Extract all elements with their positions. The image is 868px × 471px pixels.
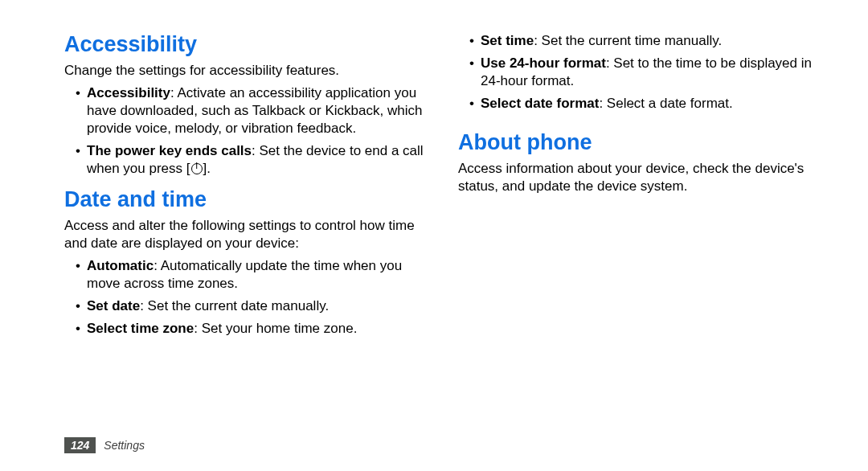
heading-accessibility: Accessibility [64, 32, 426, 57]
item-text: : Select a date format. [599, 96, 732, 111]
about-phone-desc: Access information about your device, ch… [458, 160, 820, 195]
item-bold: Automatic [87, 258, 154, 273]
date-time-list: Automatic: Automatically update the time… [64, 257, 426, 338]
date-time-desc: Access and alter the following settings … [64, 217, 426, 252]
chapter-name: Settings [104, 439, 145, 452]
item-bold: Set time [481, 33, 534, 48]
heading-about-phone: About phone [458, 130, 820, 155]
list-item: Set date: Set the current date manually. [76, 297, 426, 315]
list-item: Select time zone: Set your home time zon… [76, 320, 426, 338]
accessibility-desc: Change the settings for accessibility fe… [64, 62, 426, 80]
item-text: : Set the current date manually. [140, 298, 329, 313]
item-bold: Use 24-hour format [481, 55, 606, 71]
accessibility-list: Accessibility: Activate an accessibility… [64, 84, 426, 178]
power-icon [191, 163, 203, 174]
page-footer: 124 Settings [64, 437, 145, 453]
list-item: Set time: Set the current time manually. [469, 32, 820, 50]
page-number: 124 [64, 437, 96, 453]
list-item: Accessibility: Activate an accessibility… [76, 84, 426, 137]
list-item: The power key ends calls: Set the device… [76, 142, 426, 178]
item-text: ]. [203, 161, 211, 176]
item-bold: Set date [87, 298, 140, 313]
list-item: Select date format: Select a date format… [469, 95, 820, 113]
item-bold: Accessibility [87, 85, 170, 100]
page-content: Accessibility Change the settings for ac… [0, 0, 868, 418]
item-text: : Set your home time zone. [194, 321, 357, 336]
item-bold: Select time zone [87, 321, 194, 336]
right-column: Set time: Set the current time manually.… [458, 32, 820, 418]
item-text: : Set the current time manually. [534, 33, 722, 48]
heading-date-time: Date and time [64, 187, 426, 212]
item-bold: Select date format [481, 96, 599, 111]
date-time-list-cont: Set time: Set the current time manually.… [458, 32, 820, 113]
list-item: Automatic: Automatically update the time… [76, 257, 426, 293]
left-column: Accessibility Change the settings for ac… [64, 32, 426, 418]
item-bold: The power key ends calls [87, 143, 252, 158]
list-item: Use 24-hour format: Set to the time to b… [469, 55, 820, 90]
